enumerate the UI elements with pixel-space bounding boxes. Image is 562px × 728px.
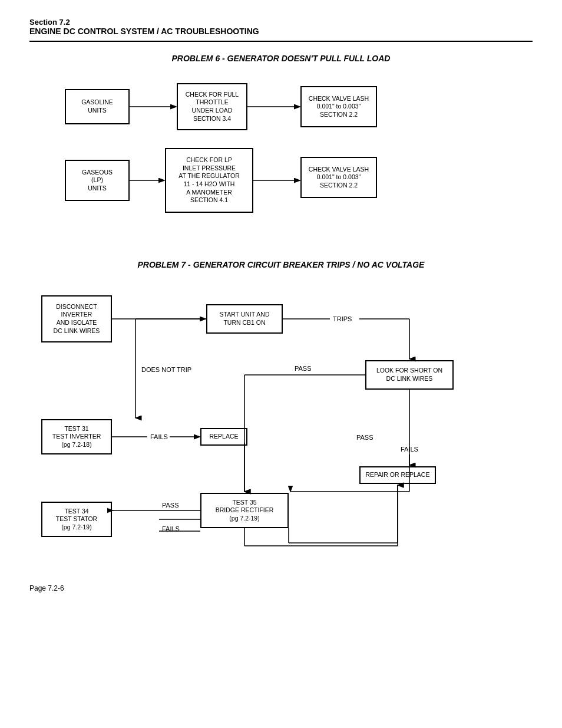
test34-box: TEST 34TEST STATOR(pg 7.2-19)	[41, 502, 112, 537]
fails-label-1: FAILS	[150, 433, 168, 440]
header: Section 7.2 ENGINE DC CONTROL SYSTEM / A…	[29, 18, 533, 36]
gaseous-lp-units-box: GASEOUS(LP)UNITS	[65, 160, 130, 201]
problem7-title: PROBLEM 7 - GENERATOR CIRCUIT BREAKER TR…	[29, 260, 533, 269]
repair-replace-box: REPAIR OR REPLACE	[359, 466, 436, 484]
header-rule	[29, 41, 533, 42]
does-not-trip-label: DOES NOT TRIP	[141, 366, 191, 373]
check-valve-lash-2-box: CHECK VALVE LASH0.001" to 0.003"SECTION …	[300, 157, 377, 198]
start-unit-box: START UNIT ANDTURN CB1 ON	[206, 304, 283, 334]
fails-label-3: FAILS	[162, 525, 180, 532]
gasoline-units-box: GASOLINEUNITS	[65, 89, 130, 124]
pass-mid-label: PASS	[295, 365, 312, 372]
problem6-title: PROBLEM 6 - GENERATOR DOESN'T PULL FULL …	[29, 54, 533, 63]
problem6-flowchart: GASOLINEUNITS CHECK FOR FULLTHROTTLEUNDE…	[29, 77, 533, 230]
fails-label-2: FAILS	[401, 446, 418, 453]
look-for-short-box: LOOK FOR SHORT ONDC LINK WIRES	[365, 360, 454, 390]
pass-label-2: PASS	[162, 502, 179, 509]
test31-box: TEST 31TEST INVERTER(pg 7.2-18)	[41, 419, 112, 454]
pass-label: PASS	[356, 434, 373, 441]
problem7-flowchart: DISCONNECTINVERTERAND ISOLATEDC LINK WIR…	[29, 284, 533, 566]
page-title: ENGINE DC CONTROL SYSTEM / AC TROUBLESHO…	[29, 27, 533, 36]
check-full-throttle-box: CHECK FOR FULLTHROTTLEUNDER LOADSECTION …	[177, 83, 247, 130]
page-footer: Page 7.2-6	[29, 584, 533, 592]
check-lp-inlet-box: CHECK FOR LPINLET PRESSUREAT THE REGULAT…	[165, 148, 253, 213]
test35-box: TEST 35BRIDGE RECTIFIER(pg 7.2-19)	[200, 493, 289, 528]
trips-label: TRIPS	[333, 315, 352, 322]
disconnect-inverter-box: DISCONNECTINVERTERAND ISOLATEDC LINK WIR…	[41, 295, 112, 342]
page-number: Page 7.2-6	[29, 584, 64, 592]
replace-box: REPLACE	[200, 428, 247, 446]
check-valve-lash-1-box: CHECK VALVE LASH0.001" to 0.003"SECTION …	[300, 86, 377, 127]
section-label: Section 7.2	[29, 18, 533, 27]
